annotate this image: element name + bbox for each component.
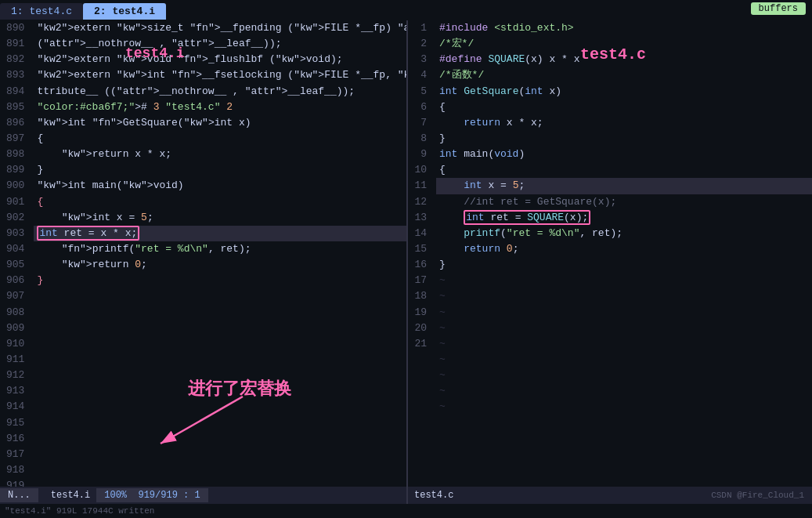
left-pane: test4.i 89089189289389489589689789889990… [0,20,407,504]
code-line[interactable]: { [34,131,406,147]
bottom-bar: "test4.i" 919L 17944C written [0,504,812,518]
buffers-button[interactable]: buffers [751,2,806,15]
code-line[interactable]: ("attr">__nothrow__ , "attr">__leaf__)); [34,36,406,52]
code-line[interactable]: } [436,257,812,273]
code-line[interactable]: "kw2">extern "kw">void "fn">_flushlbf ("… [34,52,406,67]
code-line[interactable]: #include <stdio_ext.h> [436,20,812,36]
left-status-bar: N... test4.i 100% 919/919 : 1 [0,487,406,504]
line-number: 891 [3,36,27,52]
left-status-filename: test4.i [45,490,96,501]
code-line[interactable]: { [436,162,812,178]
line-number [411,399,430,415]
line-number: 915 [3,415,27,431]
code-line[interactable]: } [34,162,406,178]
line-number: 1 [411,20,430,36]
line-number: 4 [411,67,430,83]
line-number: 911 [3,352,27,368]
code-line[interactable]: //int ret = GetSquare(x); [436,194,812,210]
code-line[interactable]: return 0; [436,241,812,257]
code-line[interactable]: "fn">printf("ret = %d\n", ret); [34,241,406,257]
line-number: 906 [3,273,27,288]
line-number: 919 [3,478,27,487]
tilde-line: ~ [436,321,812,336]
line-number: 19 [411,305,430,321]
code-line[interactable]: "color:#cba6f7;"># 3 "test4.c" 2 [34,100,406,115]
code-line[interactable]: /*函数*/ [436,67,812,83]
line-number [411,447,430,462]
code-line[interactable]: "kw2">extern "kw">int "fn">__fsetlocking… [34,67,406,83]
line-number: 3 [411,52,430,67]
line-number: 893 [3,67,27,83]
right-code-area: 123456789101112131415161718192021 #inclu… [408,20,812,487]
line-number [411,431,430,447]
line-number: 898 [3,147,27,162]
line-number: 914 [3,399,27,415]
code-line[interactable]: int ret = x * x; [34,226,406,241]
right-status-filename: test4.c [408,490,460,501]
line-number: 904 [3,241,27,257]
line-number: 913 [3,383,27,399]
code-line[interactable]: "kw">int main("kw">void) [34,178,406,194]
line-number: 8 [411,131,430,147]
line-number: 897 [3,131,27,147]
code-line[interactable]: { [436,100,812,115]
right-pane: test4.c 12345678910111213141516171819202… [408,20,812,504]
code-line[interactable]: "kw">int "fn">GetSquare("kw">int x) [34,115,406,131]
line-number: 917 [3,447,27,462]
code-line[interactable]: "kw">int x = 5; [34,210,406,226]
line-number: 894 [3,84,27,100]
left-status-progress: 100% 919/919 : 1 [96,488,208,502]
line-number: 901 [3,194,27,210]
tilde-line: ~ [436,383,812,399]
line-number: 902 [3,210,27,226]
line-number: 909 [3,321,27,336]
tilde-line: ~ [436,336,812,352]
line-number: 10 [411,162,430,178]
right-line-numbers: 123456789101112131415161718192021 [408,20,436,487]
right-code-lines[interactable]: #include <stdio_ext.h>/*宏*/#define SQUAR… [436,20,812,487]
line-number: 910 [3,336,27,352]
code-line[interactable]: int ret = SQUARE(x); [436,210,812,226]
code-line[interactable]: "kw">return x * x; [34,147,406,162]
line-number: 916 [3,431,27,447]
code-line[interactable]: "kw">return 0; [34,257,406,273]
line-number: 903 [3,226,27,241]
line-number: 918 [3,462,27,478]
code-line[interactable]: int main(void) [436,147,812,162]
line-number: 6 [411,100,430,115]
right-status-bar: test4.c CSDN @Fire_Cloud_1 [408,487,812,504]
line-number [411,478,430,487]
code-line[interactable]: #define SQUARE(x) x * x [436,52,812,67]
left-code-lines[interactable]: "kw2">extern "kw">size_t "fn">__fpending… [34,20,406,487]
line-number: 892 [3,52,27,67]
line-number: 895 [3,100,27,115]
code-line[interactable]: "kw2">extern "kw">size_t "fn">__fpending… [34,20,406,36]
main-content: test4.i 89089189289389489589689789889990… [0,20,812,504]
code-line[interactable]: int x = 5; [436,178,812,194]
line-number [411,352,430,368]
code-line[interactable]: ttribute__ (("attr">__nothrow__ , "attr"… [34,84,406,100]
code-line[interactable]: { [34,194,406,210]
right-status-info: CSDN @Fire_Cloud_1 [711,491,812,500]
code-line[interactable]: printf("ret = %d\n", ret); [436,226,812,241]
line-number: 912 [3,368,27,383]
code-line[interactable]: } [436,131,812,147]
line-number: 11 [411,178,430,194]
code-line[interactable]: /*宏*/ [436,36,812,52]
line-number: 905 [3,257,27,273]
line-number: 18 [411,288,430,304]
tab-test4c[interactable]: 1: test4.c [0,3,83,20]
line-number: 2 [411,36,430,52]
line-number: 907 [3,288,27,304]
code-line[interactable]: } [34,273,406,288]
line-number [411,462,430,478]
line-number: 17 [411,273,430,288]
line-number: 15 [411,241,430,257]
code-line[interactable]: return x * x; [436,115,812,131]
line-number: 908 [3,305,27,321]
code-line[interactable]: int GetSquare(int x) [436,84,812,100]
tab-test4i[interactable]: 2: test4.i [83,3,166,20]
line-number: 14 [411,226,430,241]
line-number [411,383,430,399]
line-number: 20 [411,321,430,336]
